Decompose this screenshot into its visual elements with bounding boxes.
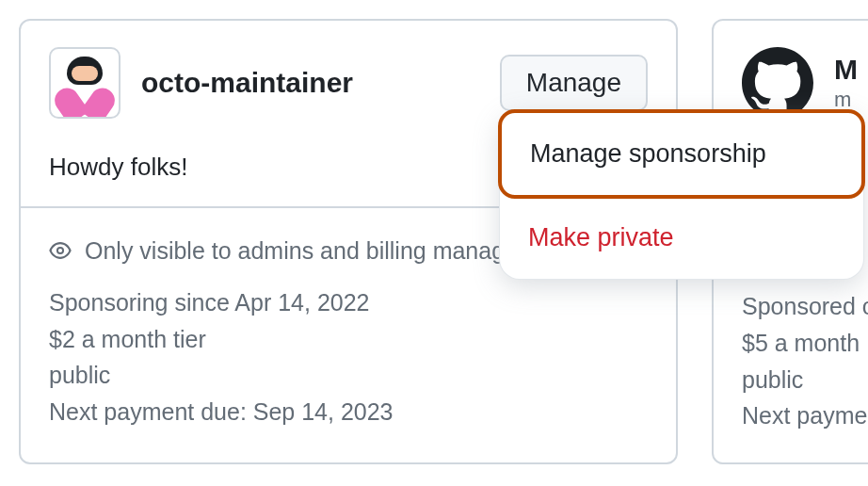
sponsoring-since: Sponsoring since Apr 14, 2022 [49,284,648,321]
privacy-text: public [49,357,648,394]
card-header-row: octo-maintainer Manage [49,47,648,119]
sponsored-partial: Sponsored o [742,288,868,325]
tier-text: $2 a month tier [49,321,648,358]
next-payment-text: Next payment due: Sep 14, 2023 [49,394,648,430]
card-header-row: M m [742,47,868,119]
tier-partial: $5 a month [742,325,868,362]
menu-item-manage-sponsorship[interactable]: Manage sponsorship [498,109,865,199]
sponsorship-cards-region: octo-maintainer Manage Howdy folks! Only… [0,0,868,464]
octo-heart-icon [56,55,113,111]
manage-dropdown-menu: Manage sponsorship Make private [499,110,864,280]
maintainer-name[interactable]: octo-maintainer [141,67,479,99]
privacy-text: public [742,362,868,398]
maintainer-name-partial[interactable]: M [834,54,858,86]
octocat-icon [742,47,813,119]
octocat-avatar [742,47,813,119]
eye-icon [49,239,72,262]
menu-item-make-private[interactable]: Make private [500,197,863,279]
maintainer-avatar [49,47,121,119]
visibility-note: Only visible to admins and billing manag… [85,233,538,269]
maintainer-name-col: M m [834,54,858,112]
manage-button[interactable]: Manage [500,55,648,111]
next-payment-partial: Next payme [742,397,868,434]
